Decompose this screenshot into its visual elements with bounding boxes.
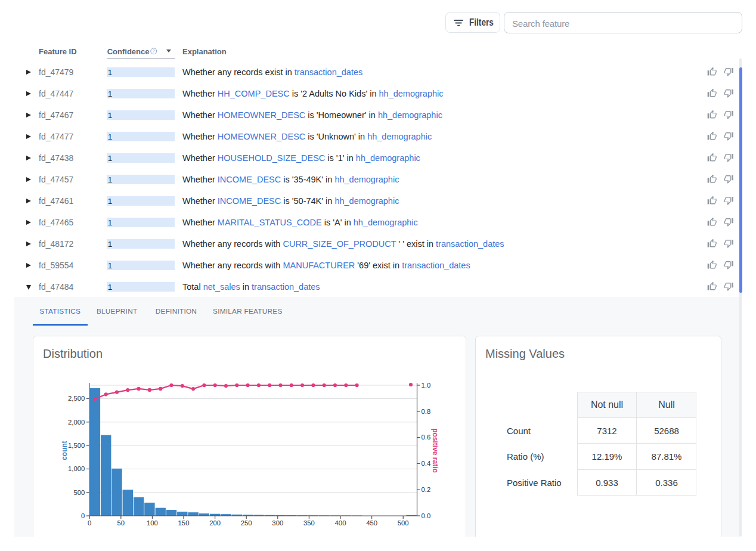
svg-text:2,000: 2,000 — [68, 418, 85, 425]
svg-text:0.6: 0.6 — [422, 434, 431, 441]
svg-text:0.2: 0.2 — [422, 486, 431, 493]
svg-text:0.0: 0.0 — [422, 512, 431, 519]
svg-text:250: 250 — [241, 519, 252, 527]
svg-text:50: 50 — [117, 519, 125, 527]
svg-text:300: 300 — [272, 519, 283, 527]
svg-text:500: 500 — [398, 519, 409, 527]
svg-text:2,500: 2,500 — [68, 395, 85, 402]
svg-text:0.4: 0.4 — [422, 460, 431, 467]
svg-text:0: 0 — [81, 512, 85, 519]
svg-text:200: 200 — [209, 519, 221, 527]
svg-text:400: 400 — [335, 519, 346, 527]
svg-text:100: 100 — [147, 519, 158, 527]
svg-text:150: 150 — [178, 519, 190, 527]
svg-text:350: 350 — [303, 519, 315, 527]
svg-text:count: count — [60, 441, 69, 460]
svg-text:0: 0 — [88, 519, 91, 527]
svg-text:1.0: 1.0 — [422, 381, 431, 388]
svg-text:450: 450 — [366, 519, 377, 527]
svg-text:1,000: 1,000 — [68, 465, 85, 472]
svg-text:500: 500 — [73, 488, 85, 496]
svg-text:positive ratio: positive ratio — [431, 428, 439, 473]
svg-text:0.8: 0.8 — [422, 407, 431, 414]
svg-text:?: ? — [153, 49, 155, 54]
svg-text:1,500: 1,500 — [68, 441, 85, 448]
